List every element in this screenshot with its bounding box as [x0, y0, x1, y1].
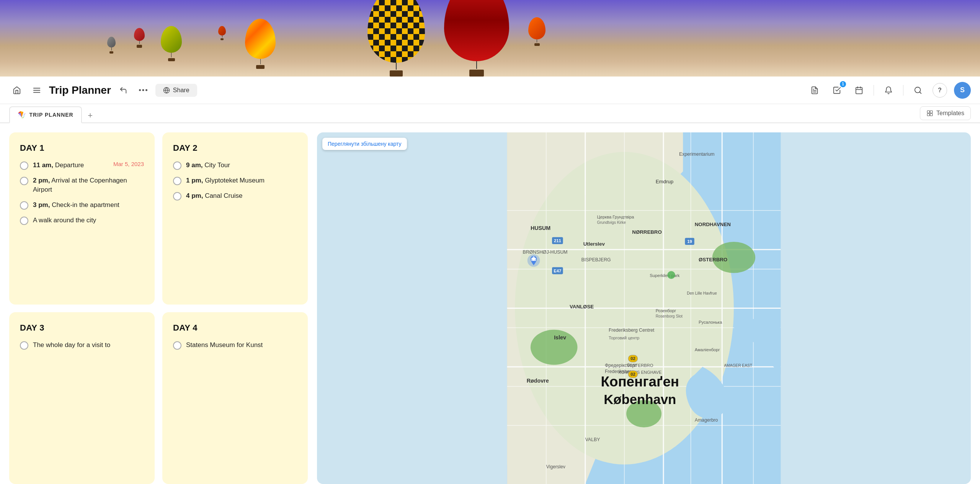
map-view-link[interactable]: Переглянути збільшену карту — [322, 138, 407, 150]
svg-text:Vigerslev: Vigerslev — [546, 464, 566, 469]
svg-text:Grundtvigs Kirke: Grundtvigs Kirke — [597, 220, 626, 225]
map-pin — [528, 254, 540, 267]
balloon-2 — [134, 28, 145, 48]
day-3-card: DAY 3 The whole day for a visit to — [9, 312, 155, 484]
svg-text:NORDHAVNEN: NORDHAVNEN — [695, 222, 731, 227]
svg-text:Розенборг: Розенборг — [656, 308, 676, 313]
day-4-item-1: Statens Museum for Kunst — [173, 341, 297, 350]
toolbar-divider — [874, 85, 874, 96]
day-2-item-2: 1 pm, Glyptoteket Museum — [173, 176, 297, 185]
main-content: DAY 1 11 am, Departure Mar 5, 2023 2 pm,… — [0, 123, 980, 484]
tab-trip-planner[interactable]: 🪁 TRIP PLANNER — [9, 106, 82, 123]
item-checkbox[interactable] — [173, 177, 181, 185]
balloon-5 — [245, 19, 276, 69]
svg-text:211: 211 — [554, 238, 561, 243]
avatar-button[interactable]: S — [954, 82, 971, 99]
day-2-title: DAY 2 — [173, 143, 297, 153]
menu-button[interactable] — [29, 83, 44, 98]
svg-text:Русалонька: Русалонька — [699, 320, 722, 324]
svg-text:VANLØSE: VANLØSE — [570, 304, 594, 310]
svg-text:BISPEBJERG: BISPEBJERG — [581, 257, 611, 262]
svg-text:Frederiksberg Centret: Frederiksberg Centret — [609, 328, 655, 333]
toolbar-right: 1 ? S — [807, 82, 971, 99]
day-4-title: DAY 4 — [173, 323, 297, 333]
balloon-4 — [218, 26, 226, 40]
help-button[interactable]: ? — [933, 83, 947, 98]
map-svg: HUSUM BRØNSHØJ-HUSUM VANLØSE Utlerslev B… — [317, 132, 971, 484]
page-title: Trip Planner — [49, 84, 111, 96]
item-checkbox[interactable] — [20, 217, 28, 225]
svg-rect-17 — [930, 111, 933, 113]
svg-text:Амаліенборг: Амаліенборг — [695, 347, 720, 352]
item-checkbox[interactable] — [173, 161, 181, 170]
svg-text:Emdrup: Emdrup — [656, 179, 673, 184]
templates-button[interactable]: Templates — [920, 106, 971, 120]
document-button[interactable] — [807, 83, 822, 98]
item-text: 1 pm, Glyptoteket Museum — [186, 176, 297, 185]
svg-point-5 — [145, 89, 147, 91]
svg-line-15 — [920, 92, 921, 93]
item-checkbox[interactable] — [20, 177, 28, 185]
tasks-button-container: 1 — [829, 83, 844, 98]
share-button[interactable]: Share — [155, 84, 197, 97]
item-checkbox[interactable] — [173, 341, 181, 350]
balloon-3 — [161, 26, 182, 61]
item-checkbox[interactable] — [20, 201, 28, 210]
toolbar-left: Trip Planner Share — [9, 83, 802, 98]
svg-text:Церква Грундтвіра: Церква Грундтвіра — [597, 215, 634, 219]
tab-label: TRIP PLANNER — [29, 112, 74, 118]
item-checkbox[interactable] — [20, 161, 28, 170]
svg-rect-18 — [927, 114, 929, 116]
hero-banner — [0, 0, 980, 77]
svg-rect-19 — [930, 114, 933, 116]
templates-label: Templates — [936, 110, 964, 117]
svg-point-4 — [142, 89, 144, 91]
day-1-title: DAY 1 — [20, 143, 144, 153]
search-button[interactable] — [910, 83, 926, 98]
svg-point-77 — [667, 271, 675, 279]
day-4-card: DAY 4 Statens Museum for Kunst — [162, 312, 308, 484]
svg-text:HUSUM: HUSUM — [531, 225, 550, 231]
calendar-button[interactable] — [851, 83, 867, 98]
svg-text:Rødovre: Rødovre — [527, 378, 549, 384]
tabs-right: Templates — [920, 106, 971, 122]
tasks-badge: 1 — [840, 81, 846, 87]
tabs-left: 🪁 TRIP PLANNER + — [9, 106, 97, 122]
day-1-item-3: 3 pm, Check-in the apartment — [20, 200, 144, 210]
add-tab-button[interactable]: + — [83, 109, 97, 122]
more-button[interactable] — [136, 83, 151, 98]
day-1-item-2: 2 pm, Arrival at the Copenhagen Airport — [20, 176, 144, 194]
svg-text:E47: E47 — [554, 269, 561, 273]
tab-emoji: 🪁 — [18, 111, 26, 119]
balloon-8 — [528, 17, 546, 46]
map-container: Переглянути збільшену карту — [317, 132, 971, 484]
svg-text:Копенгаґен: Копенгаґен — [601, 374, 679, 389]
svg-text:AMAGER EAST: AMAGER EAST — [724, 363, 752, 368]
svg-rect-10 — [856, 87, 862, 94]
item-text: 4 pm, Canal Cruise — [186, 191, 297, 200]
svg-text:Experimentarium: Experimentarium — [679, 152, 715, 157]
balloon-6 — [368, 0, 425, 77]
balloon-1 — [107, 37, 116, 54]
svg-text:Utlerslev: Utlerslev — [583, 241, 605, 247]
item-text: 2 pm, Arrival at the Copenhagen Airport — [33, 176, 144, 194]
cards-grid: DAY 1 11 am, Departure Mar 5, 2023 2 pm,… — [9, 132, 308, 484]
undo-button[interactable] — [116, 83, 131, 98]
home-button[interactable] — [9, 83, 24, 98]
item-text: A walk around the city — [33, 216, 144, 225]
item-text: Statens Museum for Kunst — [186, 341, 297, 350]
svg-text:02: 02 — [630, 372, 635, 376]
item-checkbox[interactable] — [173, 192, 181, 200]
svg-text:VALBY: VALBY — [585, 437, 600, 442]
item-text: The whole day for a visit to — [33, 341, 144, 350]
bell-button[interactable] — [881, 83, 896, 98]
day-3-item-1: The whole day for a visit to — [20, 341, 144, 350]
day-2-item-3: 4 pm, Canal Cruise — [173, 191, 297, 200]
toolbar-divider-2 — [903, 85, 903, 96]
svg-text:NØRREBRO: NØRREBRO — [632, 229, 662, 235]
svg-text:København: København — [604, 392, 676, 407]
day-2-card: DAY 2 9 am, City Tour 1 pm, Glyptoteket … — [162, 132, 308, 305]
item-checkbox[interactable] — [20, 341, 28, 350]
item-text: 11 am, Departure — [33, 161, 110, 170]
svg-text:BRØNSHØJ-HUSUM: BRØNSHØJ-HUSUM — [523, 249, 567, 255]
